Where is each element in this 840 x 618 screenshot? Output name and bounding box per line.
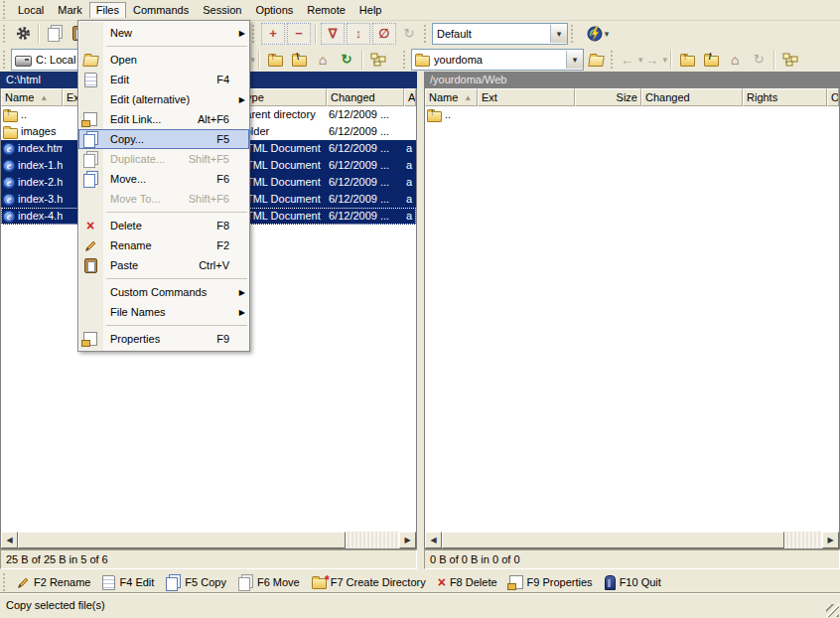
remote-tree-button[interactable] bbox=[778, 49, 802, 71]
menu-item-edit-alternative[interactable]: Edit (alternative) ▶ bbox=[78, 89, 249, 109]
root-folder-icon: \ bbox=[292, 56, 307, 67]
preferences-button[interactable] bbox=[11, 23, 35, 45]
menu-item-move[interactable]: Move... F6 bbox=[78, 169, 249, 189]
menu-mark[interactable]: Mark bbox=[51, 2, 88, 18]
resize-grip[interactable] bbox=[826, 604, 839, 617]
toolbar-grip[interactable] bbox=[3, 1, 8, 19]
menu-item-edit-link[interactable]: Edit Link... Alt+F6 bbox=[78, 109, 249, 129]
scroll-right-icon[interactable]: ▶ bbox=[822, 532, 839, 548]
column-header-changed[interactable]: Changed bbox=[641, 88, 743, 106]
remote-path-title[interactable]: /yourdoma/Web bbox=[424, 72, 840, 88]
menu-help[interactable]: Help bbox=[352, 2, 389, 18]
refresh-disabled-button[interactable]: ↻ bbox=[397, 23, 421, 45]
menu-item-move-to[interactable]: Move To... Shift+F6 bbox=[78, 189, 249, 209]
toolbar-grip[interactable] bbox=[424, 25, 429, 43]
toolbar-grip[interactable] bbox=[3, 573, 8, 591]
menu-item-duplicate[interactable]: Duplicate... Shift+F5 bbox=[78, 149, 249, 169]
menu-commands[interactable]: Commands bbox=[126, 2, 196, 18]
scrollbar-track[interactable] bbox=[346, 532, 399, 548]
clear-filter-button[interactable]: ∅ bbox=[372, 23, 396, 45]
f10-quit-button[interactable]: F10 Quit bbox=[601, 573, 667, 592]
toolbar-separator bbox=[773, 50, 775, 70]
filter-button[interactable]: ∇ bbox=[321, 23, 345, 45]
f8-delete-button[interactable]: × F8 Delete bbox=[434, 573, 503, 591]
remote-refresh-button[interactable]: ↻ bbox=[747, 49, 770, 71]
toolbar-grip[interactable] bbox=[3, 51, 8, 69]
remote-home-dir-button[interactable]: ⌂ bbox=[723, 49, 747, 71]
column-header-size[interactable]: Size bbox=[575, 88, 641, 106]
local-tree-button[interactable] bbox=[366, 49, 390, 71]
f4-edit-button[interactable]: F4 Edit bbox=[98, 573, 160, 592]
remote-parent-dir-button[interactable]: ↑ bbox=[675, 49, 699, 71]
scrollbar-thumb[interactable] bbox=[18, 532, 346, 548]
open-folder-icon bbox=[588, 56, 605, 67]
scroll-left-icon[interactable]: ◀ bbox=[1, 532, 18, 548]
chevron-down-icon[interactable]: ▾ bbox=[550, 25, 567, 43]
toolbar-separator bbox=[670, 50, 672, 70]
f2-rename-button[interactable]: F2 Rename bbox=[13, 574, 96, 591]
local-parent-dir-button[interactable]: ↑ bbox=[263, 49, 287, 71]
scroll-right-icon[interactable]: ▶ bbox=[399, 532, 416, 548]
menu-item-new[interactable]: New ▶ bbox=[78, 23, 249, 43]
remote-forward-button[interactable]: → bbox=[643, 49, 661, 71]
f7-create-directory-button[interactable]: * F7 Create Directory bbox=[308, 573, 432, 591]
menu-item-copy[interactable]: Copy... F5 bbox=[78, 129, 249, 149]
synchronize-button[interactable]: ↕ bbox=[347, 23, 370, 45]
column-header-changed[interactable]: Changed bbox=[327, 88, 404, 106]
menu-item-delete[interactable]: × Delete F8 bbox=[78, 216, 249, 235]
remote-status-bar: 0 B of 0 B in 0 of 0 bbox=[424, 549, 840, 569]
scroll-left-icon[interactable]: ◀ bbox=[425, 532, 442, 548]
unselect-button[interactable]: − bbox=[287, 23, 311, 45]
menu-session[interactable]: Session bbox=[196, 2, 248, 18]
new-session-button[interactable]: ▾ bbox=[579, 23, 617, 45]
local-root-dir-button[interactable]: \ bbox=[287, 49, 311, 71]
menu-item-open[interactable]: Open bbox=[78, 50, 249, 70]
chevron-down-icon[interactable]: ▾ bbox=[605, 29, 610, 39]
menu-item-rename[interactable]: Rename F2 bbox=[78, 235, 249, 255]
menu-remote[interactable]: Remote bbox=[300, 2, 352, 18]
menu-options[interactable]: Options bbox=[248, 2, 300, 18]
column-header-name[interactable]: Name▲ bbox=[425, 88, 478, 106]
local-refresh-button[interactable]: ↻ bbox=[335, 49, 358, 71]
session-button[interactable] bbox=[43, 23, 67, 45]
remote-file-list[interactable]: ↑.. bbox=[425, 106, 839, 532]
column-header-rights[interactable]: Rights bbox=[743, 88, 827, 106]
toolbar-grip[interactable] bbox=[403, 51, 408, 69]
column-header-ext[interactable]: Ext bbox=[478, 88, 575, 106]
menu-item-custom-commands[interactable]: Custom Commands ▶ bbox=[78, 282, 249, 302]
toolbar-grip[interactable] bbox=[252, 25, 257, 43]
menu-item-file-names[interactable]: File Names ▶ bbox=[78, 302, 249, 322]
menu-item-properties[interactable]: Properties F9 bbox=[78, 329, 249, 349]
remote-open-dir-button[interactable] bbox=[584, 49, 608, 71]
menu-files[interactable]: Files bbox=[89, 2, 126, 18]
column-header-owner[interactable]: Owner bbox=[827, 88, 839, 106]
f6-move-button[interactable]: F6 Move bbox=[234, 572, 306, 593]
column-header-name[interactable]: Name▲ bbox=[1, 88, 63, 106]
transfer-settings-combo[interactable]: Default ▾ bbox=[432, 23, 568, 45]
chevron-down-icon[interactable]: ▾ bbox=[663, 55, 668, 65]
toolbar-grip[interactable] bbox=[611, 51, 616, 69]
menu-separator bbox=[106, 325, 247, 326]
f5-copy-button[interactable]: F5 Copy bbox=[162, 572, 232, 593]
remote-back-button[interactable]: ← bbox=[619, 49, 636, 71]
scrollbar-track[interactable] bbox=[784, 532, 822, 548]
scrollbar-thumb[interactable] bbox=[442, 532, 784, 548]
select-button[interactable]: + bbox=[261, 23, 285, 45]
chevron-down-icon[interactable]: ▾ bbox=[566, 51, 583, 69]
local-home-dir-button[interactable]: ⌂ bbox=[311, 49, 335, 71]
column-header-attr[interactable]: Attr bbox=[404, 88, 416, 106]
file-row-parent[interactable]: ↑.. bbox=[425, 106, 839, 123]
local-horizontal-scrollbar[interactable]: ◀ ▶ bbox=[1, 532, 416, 548]
move-icon bbox=[83, 174, 95, 188]
remote-dir-combo[interactable]: yourdoma ▾ bbox=[411, 49, 584, 71]
status-message: Copy selected file(s) bbox=[6, 599, 105, 611]
toolbar-grip[interactable] bbox=[3, 25, 8, 43]
toolbar-grip[interactable] bbox=[571, 25, 576, 43]
menu-item-paste[interactable]: Paste Ctrl+V bbox=[78, 255, 249, 275]
remote-root-dir-button[interactable]: / bbox=[699, 49, 723, 71]
menu-item-edit[interactable]: Edit F4 bbox=[78, 70, 249, 89]
remote-horizontal-scrollbar[interactable]: ◀ ▶ bbox=[425, 532, 839, 548]
menu-local[interactable]: Local bbox=[11, 2, 51, 18]
f9-properties-button[interactable]: F9 Properties bbox=[505, 573, 599, 591]
chevron-down-icon[interactable]: ▾ bbox=[251, 55, 256, 65]
